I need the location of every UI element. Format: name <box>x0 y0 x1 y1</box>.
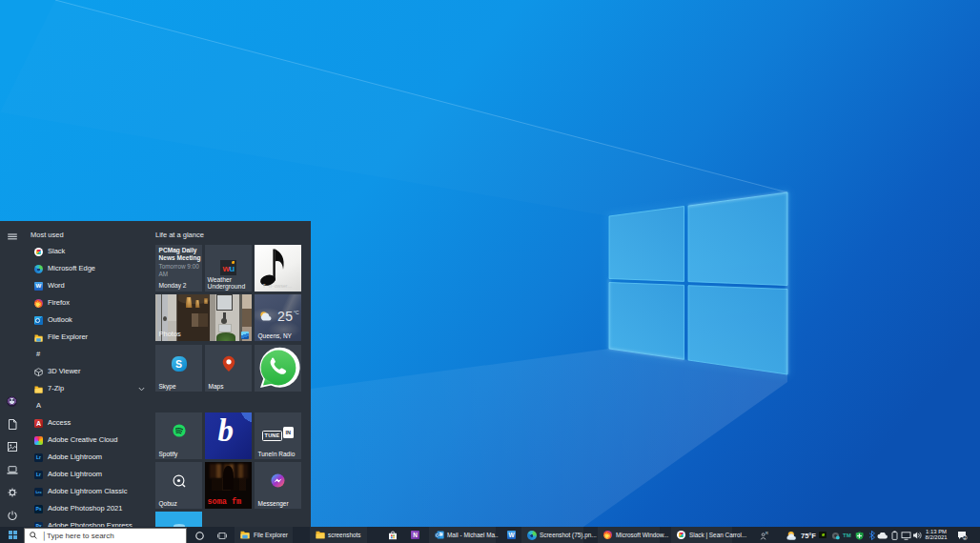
svg-text:R: R <box>766 531 768 535</box>
